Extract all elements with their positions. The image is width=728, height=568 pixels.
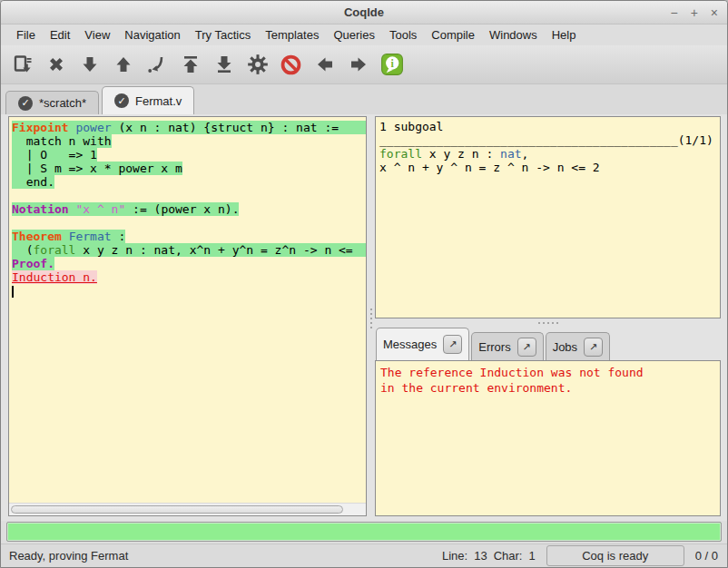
back-arrow-button[interactable] [310, 49, 339, 80]
tab-jobs[interactable]: Jobs↗ [546, 332, 610, 360]
forward-arrow-button[interactable] [343, 49, 373, 80]
interrupt-icon [280, 54, 302, 76]
detach-icon[interactable]: ↗ [517, 338, 536, 357]
title-bar[interactable]: CoqIde − + × [1, 1, 727, 24]
goal-line: x ^ n + y ^ n = z ^ n -> n <= 2 [379, 161, 716, 174]
script-editor[interactable]: Fixpoint power (x n : nat) {struct n} : … [9, 117, 366, 503]
processed-highlight: Notation "x ^ n" := (power x n). [12, 202, 239, 216]
horizontal-splitter[interactable] [375, 318, 721, 327]
code-segment: := (power x n). [125, 202, 239, 216]
menu-windows[interactable]: Windows [482, 25, 545, 44]
splitter-dot [370, 313, 372, 315]
maximize-button[interactable]: + [691, 6, 698, 19]
menu-compile[interactable]: Compile [424, 25, 482, 44]
detach-icon[interactable]: ↗ [584, 338, 603, 357]
code-segment: Proof. [12, 257, 54, 270]
check-icon: ✓ [18, 96, 33, 111]
splitter-dot [538, 322, 540, 324]
code-line: Notation "x ^ n" := (power x n). [12, 202, 366, 216]
message-tab-bar: Messages↗Errors↗Jobs↗ [375, 327, 721, 360]
vertical-splitter[interactable] [367, 116, 375, 516]
close-button[interactable] [41, 49, 71, 80]
script-editor-panel: Fixpoint power (x n : nat) {struct n} : … [8, 116, 367, 516]
code-segment: Fermat [69, 230, 112, 243]
back-arrow-icon [314, 54, 336, 75]
go-to-cursor-icon [146, 54, 168, 75]
tab-label: Messages [383, 338, 437, 351]
about-button[interactable]: i [377, 49, 407, 80]
window-title: CoqIde [1, 5, 727, 19]
forward-arrow-icon [348, 54, 369, 75]
splitter-dot [547, 322, 549, 324]
code-segment: | S m => x * power x m [12, 162, 182, 175]
progress-row [1, 521, 727, 544]
goal-view[interactable]: 1 subgoal_______________________________… [375, 116, 721, 318]
processed-highlight: | S m => x * power x m [12, 162, 182, 175]
menu-try-tactics[interactable]: Try Tactics [188, 25, 258, 44]
menu-edit[interactable]: Edit [43, 25, 77, 44]
coqide-window: CoqIde − + × FileEditViewNavigationTry T… [0, 0, 728, 568]
processed-highlight: end. [12, 175, 54, 189]
go-to-start-button[interactable] [175, 49, 205, 80]
up-arrow-icon [113, 54, 134, 75]
tab-fermat-v[interactable]: ✓Fermat.v [102, 86, 194, 114]
code-line: Proof. [12, 257, 366, 270]
menu-tools[interactable]: Tools [382, 25, 424, 44]
code-segment: x y z n : nat, x^n + y^n = z^n -> n <= [75, 243, 352, 257]
save-button[interactable] [7, 49, 37, 80]
tab--scratch-[interactable]: ✓*scratch* [5, 91, 99, 114]
code-segment: nat [500, 147, 521, 161]
code-segment: (x n : nat) {struct n} : nat := [112, 121, 339, 134]
menu-queries[interactable]: Queries [326, 25, 382, 44]
editor-horizontal-scrollbar[interactable] [9, 503, 366, 515]
close-button[interactable]: × [711, 6, 718, 19]
code-line: Induction n. [12, 270, 366, 284]
menu-file[interactable]: File [9, 25, 43, 44]
code-segment: | O => 1 [12, 148, 97, 162]
tab-messages[interactable]: Messages↗ [376, 328, 469, 360]
close-icon [45, 54, 67, 75]
processed-highlight: Theorem Fermat : [12, 230, 125, 243]
menu-templates[interactable]: Templates [258, 25, 326, 44]
interrupt-button[interactable] [276, 49, 306, 80]
check-icon: ✓ [114, 93, 129, 108]
code-segment: "x ^ n" [75, 202, 125, 216]
code-segment [62, 230, 69, 243]
goal-line: forall x y z n : nat, [379, 147, 716, 161]
code-line: | S m => x * power x m [12, 162, 366, 175]
menu-view[interactable]: View [77, 25, 117, 44]
coq-status-indicator: Coq is ready [546, 545, 684, 566]
go-to-end-button[interactable] [209, 49, 239, 80]
code-line: | O => 1 [12, 148, 366, 162]
goal-counter: 0 / 0 [695, 549, 718, 563]
tab-label: *scratch* [39, 96, 86, 110]
save-icon [12, 54, 34, 75]
about-icon: i [380, 53, 404, 76]
detach-icon[interactable]: ↗ [443, 335, 462, 354]
menu-bar: FileEditViewNavigationTry TacticsTemplat… [1, 24, 727, 45]
status-message: Ready, proving Fermat [9, 549, 436, 563]
code-line [12, 189, 366, 202]
code-segment: forall [33, 243, 75, 257]
messages-view[interactable]: The reference Induction was not foundin … [375, 360, 721, 516]
menu-navigation[interactable]: Navigation [117, 25, 187, 44]
scrollbar-thumb[interactable] [11, 505, 343, 514]
code-segment: Notation [12, 202, 69, 216]
minimize-button[interactable]: − [670, 6, 677, 19]
code-segment: match n with [12, 134, 112, 148]
char-value: 1 [528, 549, 535, 563]
down-arrow-button[interactable] [74, 49, 104, 80]
code-line: (forall x y z n : nat, x^n + y^n = z^n -… [12, 243, 366, 257]
menu-help[interactable]: Help [545, 25, 584, 44]
tab-errors[interactable]: Errors↗ [471, 332, 543, 360]
window-controls: − + × [670, 1, 718, 24]
code-segment: end. [12, 175, 54, 189]
splitter-dot [370, 327, 372, 328]
tab-label: Jobs [553, 340, 577, 354]
processed-highlight: Proof. [12, 257, 54, 270]
up-arrow-button[interactable] [108, 49, 138, 80]
right-column: 1 subgoal_______________________________… [375, 116, 721, 516]
gear-button[interactable] [242, 49, 272, 80]
line-value: 13 [474, 549, 487, 563]
go-to-cursor-button[interactable] [142, 49, 172, 80]
